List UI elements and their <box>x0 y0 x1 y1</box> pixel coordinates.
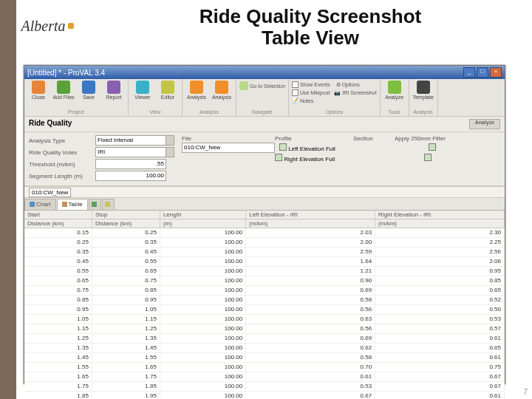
analysis-dropdown-button[interactable]: Analysis <box>211 81 233 104</box>
viewer-icon <box>136 81 149 94</box>
slide-left-stripe <box>0 0 16 399</box>
col-file: File <box>182 135 270 142</box>
table-row[interactable]: 0.250.35100.002.002.25 <box>24 238 505 248</box>
col-filter: Apply 250mm Filter <box>395 135 461 142</box>
analysis-icon <box>190 81 203 94</box>
table-row[interactable]: 1.251.35100.000.690.61 <box>24 334 505 344</box>
table-row[interactable]: 0.150.25100.002.032.30 <box>24 228 505 238</box>
editor-button[interactable]: Editor <box>157 81 179 104</box>
logo-dot-icon <box>68 23 74 29</box>
dataset-select[interactable]: 010:CW_New <box>29 188 71 197</box>
use-milepost-toggle[interactable]: Use Milepost 📷 IRI Screenshot <box>292 89 377 97</box>
col-profile: Profile <box>275 135 349 142</box>
table-row[interactable]: 1.851.95100.000.670.61 <box>24 392 505 399</box>
analysis-type-select[interactable]: Fixed Interval <box>95 135 166 146</box>
analysis-dd-icon <box>215 81 228 94</box>
table-row[interactable]: 1.551.65100.000.700.75 <box>24 363 505 372</box>
notes-icon: 📝 <box>292 98 299 103</box>
checkbox-icon <box>292 89 299 96</box>
group-label-navigate: Navigate <box>239 109 285 115</box>
report-button[interactable]: Report <box>103 81 125 104</box>
table-row[interactable]: 1.451.55100.000.580.61 <box>24 353 505 363</box>
minimize-button[interactable]: _ <box>463 67 475 78</box>
template-button[interactable]: Template <box>412 81 434 104</box>
sub-start: Distance (km) <box>24 219 92 228</box>
hdr-left-iri[interactable]: Left Elevation - IRI <box>246 211 375 219</box>
table-row[interactable]: 1.651.75100.000.610.67 <box>24 372 505 382</box>
grid-header-sub: Distance (km) Distance (km) (m) (m/km) (… <box>24 219 505 228</box>
checkbox-left-profile[interactable] <box>279 143 287 151</box>
analyze-icon <box>388 81 401 94</box>
group-label-tools: Tools <box>383 109 406 115</box>
save-icon <box>82 81 95 94</box>
checkbox-filter-left[interactable] <box>429 143 436 151</box>
goto-icon <box>239 81 248 90</box>
table-row[interactable]: 0.850.95100.000.580.52 <box>24 296 505 305</box>
table-icon <box>62 202 67 207</box>
ribbon-toolbar: Close Add Files Save Report Project View… <box>24 79 505 117</box>
close-icon <box>32 81 45 94</box>
close-project-button[interactable]: Close <box>27 81 50 104</box>
group-label-project: Project <box>27 109 125 115</box>
table-row[interactable]: 1.751.85100.000.530.67 <box>24 382 505 392</box>
grid-body[interactable]: 0.150.25100.002.032.300.250.35100.002.00… <box>24 228 505 399</box>
table-row[interactable]: 0.450.55100.001.642.06 <box>24 257 505 267</box>
threshold-input[interactable]: .55 <box>95 159 166 169</box>
table-row[interactable]: 1.351.45100.000.620.65 <box>24 344 505 353</box>
template-icon <box>417 81 430 94</box>
section-title-text: Ride Quality <box>29 119 72 129</box>
table-row[interactable]: 1.151.25100.000.560.57 <box>24 324 505 334</box>
chevron-down-icon[interactable] <box>166 147 174 157</box>
table-row[interactable]: 1.051.15100.000.630.53 <box>24 315 505 324</box>
rqi-select[interactable]: IRI <box>95 147 166 157</box>
tab-chart[interactable]: Chart <box>24 199 56 210</box>
section-header: Ride Quality Analyze <box>24 117 505 132</box>
table-row[interactable]: 0.350.45100.002.592.56 <box>24 248 505 257</box>
file-name-cell[interactable]: 010:CW_New <box>182 143 275 153</box>
viewer-button[interactable]: Viewer <box>132 81 154 104</box>
tab-export[interactable] <box>89 199 101 210</box>
table-row[interactable]: 0.650.75100.000.900.85 <box>24 276 505 286</box>
group-label-view: View <box>132 109 179 115</box>
alberta-logo: Alberta <box>16 0 78 52</box>
checkbox-right-profile[interactable] <box>275 154 282 161</box>
close-button[interactable]: × <box>490 67 502 78</box>
seglen-input[interactable]: 100.00 <box>95 171 166 181</box>
export-icon <box>92 202 97 207</box>
hdr-stop[interactable]: Stop <box>92 211 160 219</box>
group-label-analysis: Analysis <box>185 109 233 115</box>
go-to-selection-button[interactable]: Go to Selection <box>239 81 285 92</box>
table-row[interactable]: 0.750.85100.000.690.65 <box>24 286 505 296</box>
window-titlebar[interactable]: [Untitled] * - ProVAL 3.4 _ □ × <box>24 66 505 79</box>
table-row[interactable]: 0.951.05100.000.560.50 <box>24 305 505 315</box>
chevron-down-icon[interactable] <box>166 135 174 146</box>
table-row[interactable]: 0.550.65100.001.210.95 <box>24 267 505 276</box>
hdr-length[interactable]: Length <box>160 211 246 219</box>
add-files-button[interactable]: Add Files <box>52 81 75 104</box>
notes-button[interactable]: 📝 Notes <box>292 97 377 104</box>
chart-icon <box>30 202 35 207</box>
tab-copy[interactable] <box>102 199 115 210</box>
add-icon <box>57 81 70 94</box>
camera-icon: 📷 <box>334 90 341 96</box>
label-seglen: Segment Length (m) <box>29 173 95 180</box>
tab-table[interactable]: Table <box>57 199 88 210</box>
page-number: 7 <box>523 388 528 396</box>
grid-header-top: Start Stop Length Left Elevation - IRI R… <box>24 211 505 219</box>
dataset-bar: 010:CW_New <box>24 186 505 198</box>
maximize-button[interactable]: □ <box>477 67 488 78</box>
show-events-toggle[interactable]: Show Events ⚙ Options <box>292 81 377 89</box>
analyze-button[interactable]: Analyze <box>383 81 406 104</box>
checkbox-icon <box>292 81 299 88</box>
copy-icon <box>105 202 110 207</box>
label-analysis-type: Analysis Type <box>29 137 95 144</box>
hdr-right-iri[interactable]: Right Elevation - IRI <box>375 211 505 219</box>
checkbox-filter-right[interactable] <box>424 154 432 161</box>
analyze-mini-button[interactable]: Analyze <box>469 119 500 129</box>
sub-length: (m) <box>160 219 246 228</box>
hdr-start[interactable]: Start <box>24 211 92 219</box>
save-button[interactable]: Save <box>78 81 100 104</box>
analysis-form: Analysis Type Fixed Interval Ride Qualit… <box>24 132 505 186</box>
label-threshold: Threshold (m/km) <box>29 161 95 168</box>
analysis-button[interactable]: Analysis <box>185 81 208 104</box>
